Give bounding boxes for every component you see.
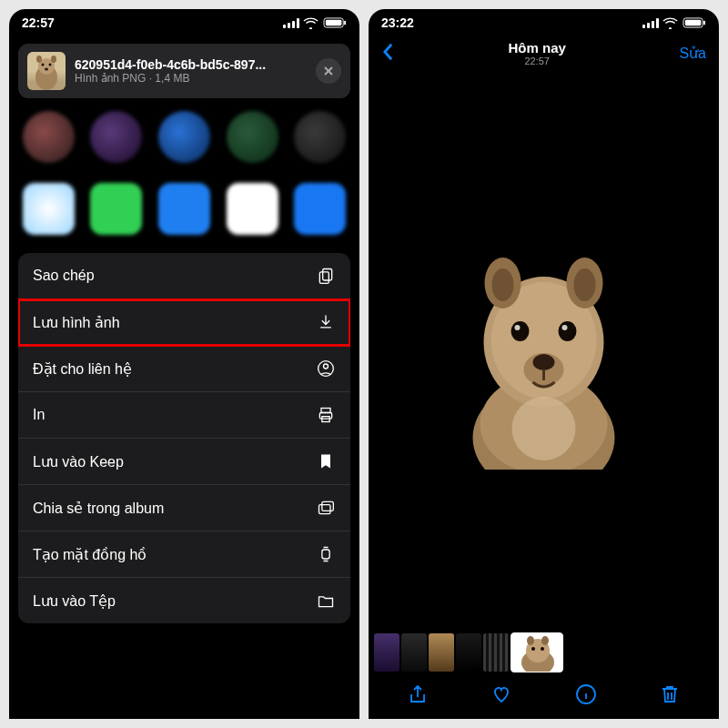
filmstrip-thumb[interactable] (374, 633, 399, 672)
share-app-airdrop[interactable] (23, 183, 75, 235)
delete-button[interactable] (659, 683, 681, 709)
share-button[interactable] (407, 683, 429, 709)
action-label: Sao chép (33, 268, 95, 284)
signal-icon (283, 18, 298, 28)
svg-point-6 (49, 64, 52, 66)
signal-icon (642, 18, 658, 28)
photo-content (450, 233, 637, 470)
watch-icon (316, 545, 336, 563)
close-icon (323, 66, 334, 76)
filmstrip-thumb-selected[interactable] (511, 632, 563, 672)
file-thumbnail (27, 52, 66, 90)
status-bar: 22:57 (9, 9, 359, 36)
svg-point-31 (511, 321, 530, 341)
files-icon (316, 592, 336, 610)
action-save-keep[interactable]: Lưu vào Keep (18, 439, 350, 485)
share-targets-blurred (9, 98, 359, 242)
share-contact-1[interactable] (23, 111, 75, 163)
svg-point-32 (559, 321, 577, 341)
svg-point-28 (492, 268, 514, 301)
action-label: Lưu vào Keep (33, 453, 124, 470)
share-app-mail[interactable] (158, 183, 210, 235)
action-list: Sao chép Lưu hình ảnh Đặt cho liên hệ In… (18, 253, 350, 623)
share-contact-2[interactable] (90, 111, 142, 163)
action-copy[interactable]: Sao chép (18, 253, 350, 299)
action-watch-face[interactable]: Tạo mặt đồng hồ (18, 531, 350, 578)
filmstrip-thumb[interactable] (456, 633, 481, 672)
share-contact-5[interactable] (294, 111, 346, 163)
share-sheet-header: 620951d4-f0eb-4c6b-bd5c-897... Hình ảnh … (18, 44, 350, 98)
status-indicators (283, 17, 347, 29)
edit-button[interactable]: Sửa (679, 45, 706, 62)
svg-rect-22 (703, 21, 705, 25)
action-save-image[interactable]: Lưu hình ảnh (18, 299, 350, 346)
action-assign-contact[interactable]: Đặt cho liên hệ (18, 346, 350, 392)
action-save-files[interactable]: Lưu vào Tệp (18, 578, 350, 623)
info-icon (575, 683, 597, 705)
contact-icon (316, 359, 336, 378)
svg-point-43 (527, 636, 534, 645)
shared-album-icon (316, 499, 336, 517)
share-icon (407, 683, 429, 705)
svg-point-5 (42, 64, 45, 66)
svg-rect-18 (322, 501, 334, 511)
file-title: 620951d4-f0eb-4c6b-bd5c-897... (75, 57, 307, 72)
battery-icon (682, 17, 706, 28)
svg-point-7 (45, 68, 48, 71)
file-subtitle: Hình ảnh PNG · 1,4 MB (75, 72, 307, 85)
nav-title: Hôm nay (509, 40, 566, 56)
nav-bar: Hôm nay 22:57 Sửa (369, 36, 719, 70)
share-contact-3[interactable] (158, 111, 210, 163)
bookmark-icon (316, 452, 336, 470)
svg-rect-2 (344, 21, 346, 25)
status-time: 23:22 (381, 15, 414, 30)
heart-icon (490, 683, 512, 705)
nav-subtitle: 22:57 (509, 56, 566, 66)
svg-rect-17 (319, 505, 331, 514)
svg-rect-10 (323, 269, 332, 281)
info-button[interactable] (575, 683, 597, 709)
svg-point-8 (36, 56, 42, 63)
action-print[interactable]: In (18, 392, 350, 439)
share-app-messenger[interactable] (227, 183, 278, 235)
action-label: Tạo mặt đồng hồ (33, 546, 147, 563)
svg-point-42 (541, 647, 544, 651)
wifi-icon (303, 17, 318, 29)
filmstrip-thumb[interactable] (429, 633, 454, 672)
trash-icon (659, 683, 681, 705)
svg-point-34 (562, 325, 568, 330)
filmstrip-thumb[interactable] (401, 633, 427, 672)
download-icon (316, 313, 336, 331)
svg-rect-19 (322, 550, 329, 559)
filmstrip-thumb[interactable] (483, 633, 509, 672)
back-button[interactable] (381, 42, 395, 66)
share-app-messages[interactable] (90, 183, 142, 235)
svg-point-37 (512, 397, 576, 460)
svg-point-13 (324, 364, 329, 369)
wifi-icon (662, 17, 678, 29)
status-bar: 23:22 (369, 9, 719, 36)
action-shared-album[interactable]: Chia sẻ trong album (18, 485, 350, 531)
action-label: In (33, 407, 45, 423)
share-sheet-screen: 22:57 620951d4-f0eb-4c6b-bd5c-89 (9, 9, 359, 719)
action-label: Lưu vào Tệp (33, 592, 116, 610)
action-label: Lưu hình ảnh (33, 314, 120, 331)
copy-icon (316, 267, 336, 285)
photo-viewer[interactable] (369, 70, 719, 632)
svg-rect-14 (321, 409, 330, 413)
favorite-button[interactable] (490, 683, 512, 709)
svg-rect-11 (319, 272, 329, 284)
svg-point-30 (574, 268, 596, 301)
share-app-facebook[interactable] (294, 183, 346, 235)
share-contact-4[interactable] (227, 111, 278, 163)
svg-rect-21 (685, 20, 702, 25)
status-time: 22:57 (22, 15, 55, 30)
photo-toolbar (369, 673, 719, 719)
photo-filmstrip[interactable] (369, 632, 719, 673)
photos-viewer-screen: 23:22 Hôm nay 22:57 Sửa (369, 9, 719, 719)
svg-point-41 (531, 647, 535, 651)
action-label: Chia sẻ trong album (33, 500, 164, 517)
svg-point-9 (51, 56, 56, 63)
close-button[interactable] (316, 58, 341, 84)
svg-point-33 (515, 325, 521, 330)
